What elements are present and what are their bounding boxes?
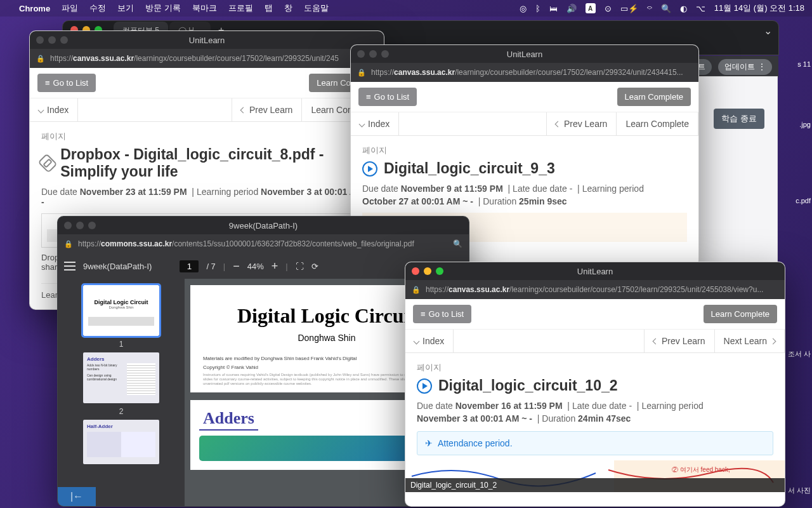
duration-label: Duration — [483, 196, 516, 206]
url-field[interactable]: https://canvas.ssu.ac.kr/learningx/cours… — [50, 54, 377, 63]
update-button[interactable]: 업데이트⋮ — [718, 59, 772, 75]
minimize-icon[interactable] — [48, 36, 56, 44]
prev-learn-label: Prev Learn — [564, 119, 607, 129]
go-to-list-button[interactable]: ≡Go to List — [37, 74, 96, 92]
menu-window[interactable]: 창 — [284, 3, 292, 14]
close-icon[interactable] — [64, 222, 72, 229]
maximize-icon[interactable] — [60, 36, 68, 44]
prev-learn-button[interactable]: Prev Learn — [644, 330, 714, 352]
video-player[interactable]: ② 여기서 feed back, Digital_logic_circuit_1… — [405, 460, 785, 492]
control-center-icon[interactable]: ⌥ — [696, 4, 705, 13]
document-title: Digital_logic_circuit_9_3 — [384, 160, 555, 177]
hamburger-icon[interactable] — [64, 262, 75, 271]
menu-tab[interactable]: 탭 — [265, 3, 273, 14]
menubar-app-name[interactable]: Chrome — [19, 4, 50, 13]
menu-view[interactable]: 보기 — [117, 3, 134, 14]
input-source-icon[interactable]: A — [586, 3, 596, 13]
menu-edit[interactable]: 수정 — [89, 3, 106, 14]
maximize-icon[interactable] — [436, 267, 443, 275]
update-label: 업데이트 — [724, 62, 755, 72]
battery-icon[interactable]: ▭⚡ — [620, 4, 638, 13]
wifi-icon[interactable]: ⌔ — [647, 4, 652, 13]
document-title: Dropbox - Digital_logic_circuit_8.pdf - … — [60, 146, 372, 180]
learn-complete-button[interactable]: Learn Complete — [704, 305, 778, 323]
menu-help[interactable]: 도움말 — [304, 3, 329, 14]
go-to-list-button[interactable]: ≡Go to List — [358, 88, 417, 106]
siri-icon[interactable]: ◐ — [680, 4, 687, 13]
desktop-file-2[interactable]: c.pdf — [796, 197, 811, 204]
page-label: 페이지 — [417, 362, 773, 373]
menu-file[interactable]: 파일 — [62, 3, 78, 14]
document-title: Digital_logic_circuit_10_2 — [438, 377, 618, 394]
due-date-label: Due date — [41, 187, 77, 197]
index-dropdown[interactable]: Index — [351, 112, 399, 135]
thumb-number: 1 — [119, 340, 124, 349]
duration-value: 24min 47sec — [578, 413, 631, 424]
thumbnail-panel: Digital Logic Circuit Donghwa Shin 1 Add… — [58, 279, 185, 507]
index-dropdown[interactable]: Index — [30, 98, 78, 121]
volume-icon[interactable]: 🔊 — [566, 4, 577, 13]
zoom-out-button[interactable]: − — [233, 260, 240, 273]
lock-icon[interactable]: 🔒 — [64, 240, 73, 248]
desktop-file-1[interactable]: s 11 — [797, 60, 811, 68]
minimize-icon[interactable] — [369, 50, 377, 58]
menu-profile[interactable]: 프로필 — [228, 3, 253, 14]
back-arrow-button[interactable]: |← — [58, 487, 96, 506]
search-icon[interactable]: 🔍 — [453, 239, 462, 248]
study-end-button[interactable]: 학습 종료 — [714, 109, 764, 129]
next-learn-label: Next Learn — [724, 336, 767, 346]
rotate-icon[interactable]: ⟳ — [311, 262, 318, 271]
go-to-list-button[interactable]: ≡Go to List — [413, 305, 471, 323]
go-to-list-label: Go to List — [53, 78, 89, 88]
desktop-file-4[interactable]: 조서 사 — [788, 349, 811, 359]
learn-complete-button[interactable]: Learn Complete — [617, 88, 691, 106]
menu-bookmarks[interactable]: 북마크 — [192, 3, 217, 14]
url-field[interactable]: https://canvas.ssu.ac.kr/learningx/cours… — [426, 285, 778, 294]
thumbnail-2[interactable]: Adders Adds two N-bit binary numbers Can… — [83, 352, 159, 403]
svg-text:② 여기서 feed back,: ② 여기서 feed back, — [672, 466, 730, 473]
page-number-input[interactable] — [180, 260, 199, 272]
next-learn-button[interactable]: Next Learn — [715, 330, 785, 352]
window-title: UnitLearn — [507, 50, 542, 59]
url-field[interactable]: https://commons.ssu.ac.kr/contents15/ssu… — [78, 239, 448, 248]
due-date-value: November 23 at 11:59 PM — [80, 187, 187, 197]
close-icon[interactable] — [412, 267, 419, 275]
airdrop-icon[interactable]: ◎ — [520, 4, 527, 13]
lock-icon[interactable]: 🔒 — [357, 69, 366, 77]
menubar-datetime[interactable]: 11월 14일 (월) 오전 1:18 — [714, 3, 804, 14]
lock-icon[interactable]: 🔒 — [36, 55, 45, 63]
due-date-value: November 9 at 11:59 PM — [401, 184, 503, 194]
close-icon[interactable] — [36, 36, 44, 44]
minimize-icon[interactable] — [424, 267, 431, 275]
spotlight-icon[interactable]: 🔍 — [661, 4, 671, 13]
url-field[interactable]: https://canvas.ssu.ac.kr/learningx/cours… — [371, 68, 692, 77]
maximize-icon[interactable] — [88, 222, 96, 229]
page-label: 페이지 — [362, 145, 687, 156]
window-title: UnitLearn — [189, 36, 225, 45]
close-icon[interactable] — [357, 50, 365, 58]
desktop-file-5[interactable]: 서 사진 — [788, 486, 811, 495]
fit-page-icon[interactable]: ⛶ — [296, 262, 304, 271]
thumbnail-1[interactable]: Digital Logic Circuit Donghwa Shin — [83, 285, 159, 336]
thumbnail-3[interactable]: Half-Adder — [83, 420, 159, 464]
desktop-file-3[interactable]: .jpg — [799, 121, 811, 128]
slide2-title: Adders — [199, 409, 258, 431]
menu-history[interactable]: 방문 기록 — [145, 3, 181, 14]
zoom-in-button[interactable]: + — [272, 260, 278, 273]
play-status-icon[interactable]: ⊙ — [605, 4, 612, 13]
learning-period-label: Learning period — [582, 184, 644, 194]
due-date-value: November 16 at 11:59 PM — [455, 401, 563, 411]
due-date-label: Due date — [417, 401, 453, 411]
prev-learn-button[interactable]: Prev Learn — [546, 112, 617, 135]
minimize-icon[interactable] — [76, 222, 84, 229]
page-total: / 7 — [206, 262, 215, 271]
index-dropdown[interactable]: Index — [405, 330, 454, 352]
maximize-icon[interactable] — [381, 50, 389, 58]
index-label: Index — [47, 105, 69, 115]
tab-overflow-icon[interactable]: ⌄ — [757, 25, 778, 37]
prev-learn-button[interactable]: Prev Learn — [232, 98, 302, 121]
learning-period-label: Learning period — [641, 401, 703, 411]
bluetooth-icon[interactable]: ᛒ — [535, 4, 540, 13]
bed-icon[interactable]: 🛏 — [549, 4, 558, 13]
lock-icon[interactable]: 🔒 — [412, 286, 421, 294]
